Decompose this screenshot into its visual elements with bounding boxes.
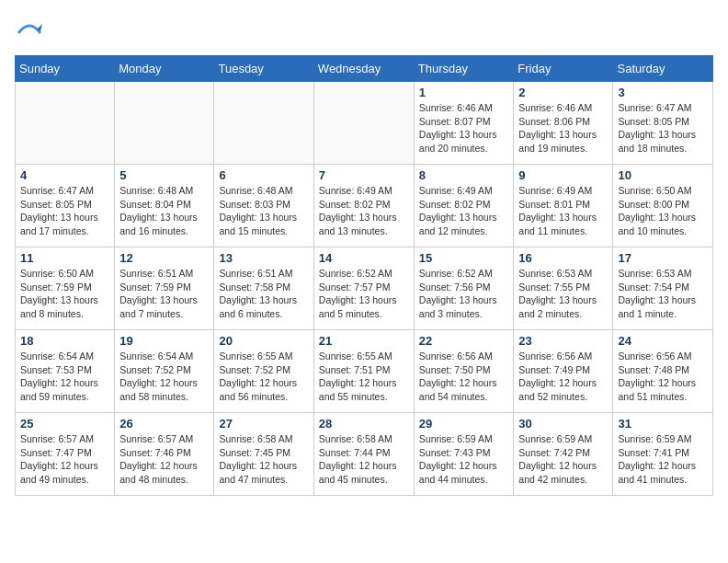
day-of-week-header: Sunday — [16, 56, 115, 82]
day-info: Sunrise: 6:46 AM Sunset: 8:06 PM Dayligh… — [518, 101, 608, 155]
calendar-cell: 14Sunrise: 6:52 AM Sunset: 7:57 PM Dayli… — [313, 247, 414, 330]
day-info: Sunrise: 6:51 AM Sunset: 7:59 PM Dayligh… — [119, 267, 209, 321]
day-info: Sunrise: 6:58 AM Sunset: 7:44 PM Dayligh… — [319, 432, 409, 487]
day-number: 10 — [618, 168, 708, 182]
day-info: Sunrise: 6:52 AM Sunset: 7:56 PM Dayligh… — [419, 267, 509, 321]
day-number: 20 — [219, 334, 308, 348]
day-number: 30 — [518, 417, 608, 431]
calendar-cell: 21Sunrise: 6:55 AM Sunset: 7:51 PM Dayli… — [313, 330, 414, 413]
day-number: 15 — [419, 251, 509, 265]
day-number: 5 — [119, 168, 209, 182]
day-info: Sunrise: 6:51 AM Sunset: 7:58 PM Dayligh… — [219, 267, 308, 321]
calendar-cell: 12Sunrise: 6:51 AM Sunset: 7:59 PM Dayli… — [115, 247, 214, 330]
day-of-week-header: Friday — [514, 56, 613, 82]
calendar-week-row: 25Sunrise: 6:57 AM Sunset: 7:47 PM Dayli… — [16, 413, 713, 496]
calendar-cell — [313, 82, 414, 165]
day-info: Sunrise: 6:53 AM Sunset: 7:55 PM Dayligh… — [518, 267, 608, 321]
day-of-week-header: Monday — [115, 56, 214, 82]
day-info: Sunrise: 6:55 AM Sunset: 7:51 PM Dayligh… — [319, 350, 409, 404]
day-info: Sunrise: 6:48 AM Sunset: 8:03 PM Dayligh… — [219, 184, 308, 238]
day-of-week-header: Tuesday — [214, 56, 313, 82]
calendar-cell: 31Sunrise: 6:59 AM Sunset: 7:41 PM Dayli… — [613, 413, 713, 496]
calendar-cell: 10Sunrise: 6:50 AM Sunset: 8:00 PM Dayli… — [613, 165, 713, 247]
day-number: 19 — [119, 334, 209, 348]
day-number: 2 — [518, 86, 608, 99]
calendar-header-row: SundayMondayTuesdayWednesdayThursdayFrid… — [16, 56, 713, 82]
day-of-week-header: Saturday — [613, 56, 713, 82]
calendar-week-row: 18Sunrise: 6:54 AM Sunset: 7:53 PM Dayli… — [16, 330, 713, 413]
calendar-cell: 27Sunrise: 6:58 AM Sunset: 7:45 PM Dayli… — [214, 413, 313, 496]
day-number: 29 — [419, 417, 509, 431]
calendar-cell: 22Sunrise: 6:56 AM Sunset: 7:50 PM Dayli… — [414, 330, 514, 413]
day-info: Sunrise: 6:54 AM Sunset: 7:53 PM Dayligh… — [20, 350, 109, 404]
day-number: 17 — [618, 251, 708, 265]
calendar-cell: 15Sunrise: 6:52 AM Sunset: 7:56 PM Dayli… — [414, 247, 514, 330]
calendar-cell: 24Sunrise: 6:56 AM Sunset: 7:48 PM Dayli… — [613, 330, 713, 413]
day-number: 27 — [219, 417, 308, 431]
day-info: Sunrise: 6:49 AM Sunset: 8:01 PM Dayligh… — [518, 184, 608, 238]
calendar-cell: 26Sunrise: 6:57 AM Sunset: 7:46 PM Dayli… — [115, 413, 214, 496]
day-info: Sunrise: 6:57 AM Sunset: 7:46 PM Dayligh… — [119, 432, 209, 487]
day-info: Sunrise: 6:57 AM Sunset: 7:47 PM Dayligh… — [20, 432, 109, 487]
calendar-cell: 11Sunrise: 6:50 AM Sunset: 7:59 PM Dayli… — [16, 247, 115, 330]
calendar-week-row: 1Sunrise: 6:46 AM Sunset: 8:07 PM Daylig… — [16, 82, 713, 165]
calendar-cell: 1Sunrise: 6:46 AM Sunset: 8:07 PM Daylig… — [414, 82, 514, 165]
day-info: Sunrise: 6:56 AM Sunset: 7:48 PM Dayligh… — [618, 350, 708, 404]
calendar-cell: 3Sunrise: 6:47 AM Sunset: 8:05 PM Daylig… — [613, 82, 713, 165]
day-info: Sunrise: 6:58 AM Sunset: 7:45 PM Dayligh… — [219, 432, 308, 487]
calendar-cell: 20Sunrise: 6:55 AM Sunset: 7:52 PM Dayli… — [214, 330, 313, 413]
day-info: Sunrise: 6:47 AM Sunset: 8:05 PM Dayligh… — [618, 101, 708, 155]
day-info: Sunrise: 6:59 AM Sunset: 7:43 PM Dayligh… — [419, 432, 509, 487]
day-number: 21 — [319, 334, 409, 348]
calendar-cell: 7Sunrise: 6:49 AM Sunset: 8:02 PM Daylig… — [313, 165, 414, 247]
day-number: 1 — [419, 86, 509, 99]
day-number: 18 — [20, 334, 109, 348]
day-number: 22 — [419, 334, 509, 348]
calendar-cell — [16, 82, 115, 165]
day-info: Sunrise: 6:53 AM Sunset: 7:54 PM Dayligh… — [618, 267, 708, 321]
calendar-cell: 29Sunrise: 6:59 AM Sunset: 7:43 PM Dayli… — [414, 413, 514, 496]
calendar-cell: 13Sunrise: 6:51 AM Sunset: 7:58 PM Dayli… — [214, 247, 313, 330]
calendar-cell: 5Sunrise: 6:48 AM Sunset: 8:04 PM Daylig… — [115, 165, 214, 247]
day-info: Sunrise: 6:50 AM Sunset: 7:59 PM Dayligh… — [20, 267, 109, 321]
calendar-cell: 8Sunrise: 6:49 AM Sunset: 8:02 PM Daylig… — [414, 165, 514, 247]
day-info: Sunrise: 6:49 AM Sunset: 8:02 PM Dayligh… — [319, 184, 409, 238]
day-number: 23 — [518, 334, 608, 348]
day-info: Sunrise: 6:46 AM Sunset: 8:07 PM Dayligh… — [419, 101, 509, 155]
day-number: 28 — [319, 417, 409, 431]
day-info: Sunrise: 6:54 AM Sunset: 7:52 PM Dayligh… — [119, 350, 209, 404]
day-info: Sunrise: 6:48 AM Sunset: 8:04 PM Dayligh… — [119, 184, 209, 238]
day-info: Sunrise: 6:55 AM Sunset: 7:52 PM Dayligh… — [219, 350, 308, 404]
day-number: 11 — [20, 251, 109, 265]
calendar-table: SundayMondayTuesdayWednesdayThursdayFrid… — [15, 55, 713, 496]
calendar-cell: 2Sunrise: 6:46 AM Sunset: 8:06 PM Daylig… — [514, 82, 613, 165]
day-number: 16 — [518, 251, 608, 265]
day-info: Sunrise: 6:59 AM Sunset: 7:41 PM Dayligh… — [618, 432, 708, 487]
calendar-cell: 28Sunrise: 6:58 AM Sunset: 7:44 PM Dayli… — [313, 413, 414, 496]
day-number: 14 — [319, 251, 409, 265]
day-info: Sunrise: 6:56 AM Sunset: 7:49 PM Dayligh… — [518, 350, 608, 404]
calendar-cell: 30Sunrise: 6:59 AM Sunset: 7:42 PM Dayli… — [514, 413, 613, 496]
day-number: 6 — [219, 168, 308, 182]
day-number: 3 — [618, 86, 708, 99]
day-of-week-header: Thursday — [414, 56, 514, 82]
day-number: 12 — [119, 251, 209, 265]
page-header — [15, 15, 713, 44]
calendar-week-row: 4Sunrise: 6:47 AM Sunset: 8:05 PM Daylig… — [16, 165, 713, 247]
day-number: 9 — [518, 168, 608, 182]
day-info: Sunrise: 6:52 AM Sunset: 7:57 PM Dayligh… — [319, 267, 409, 321]
day-number: 31 — [618, 417, 708, 431]
day-number: 7 — [319, 168, 409, 182]
calendar-cell: 23Sunrise: 6:56 AM Sunset: 7:49 PM Dayli… — [514, 330, 613, 413]
calendar-cell: 9Sunrise: 6:49 AM Sunset: 8:01 PM Daylig… — [514, 165, 613, 247]
day-number: 24 — [618, 334, 708, 348]
calendar-cell: 4Sunrise: 6:47 AM Sunset: 8:05 PM Daylig… — [16, 165, 115, 247]
day-info: Sunrise: 6:59 AM Sunset: 7:42 PM Dayligh… — [518, 432, 608, 487]
calendar-cell: 19Sunrise: 6:54 AM Sunset: 7:52 PM Dayli… — [115, 330, 214, 413]
day-number: 8 — [419, 168, 509, 182]
calendar-cell: 6Sunrise: 6:48 AM Sunset: 8:03 PM Daylig… — [214, 165, 313, 247]
day-info: Sunrise: 6:56 AM Sunset: 7:50 PM Dayligh… — [419, 350, 509, 404]
day-of-week-header: Wednesday — [313, 56, 414, 82]
day-number: 4 — [20, 168, 109, 182]
logo — [15, 15, 48, 44]
